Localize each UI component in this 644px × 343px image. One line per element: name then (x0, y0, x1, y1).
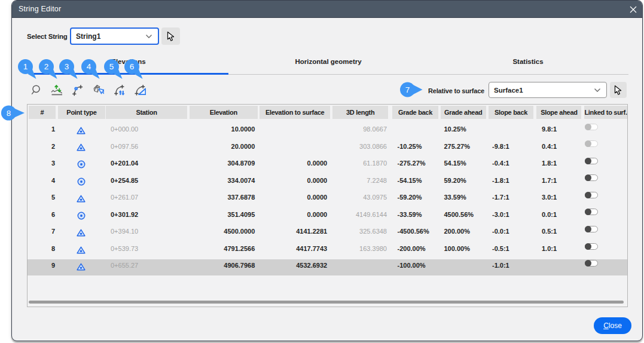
svg-text:6: 6 (129, 62, 134, 71)
svg-text:5: 5 (109, 62, 114, 71)
svg-text:2: 2 (44, 62, 49, 71)
svg-text:7: 7 (405, 85, 410, 94)
svg-text:3: 3 (64, 62, 69, 71)
svg-text:4: 4 (87, 62, 91, 71)
svg-text:1: 1 (23, 62, 28, 71)
svg-text:8: 8 (7, 109, 11, 118)
